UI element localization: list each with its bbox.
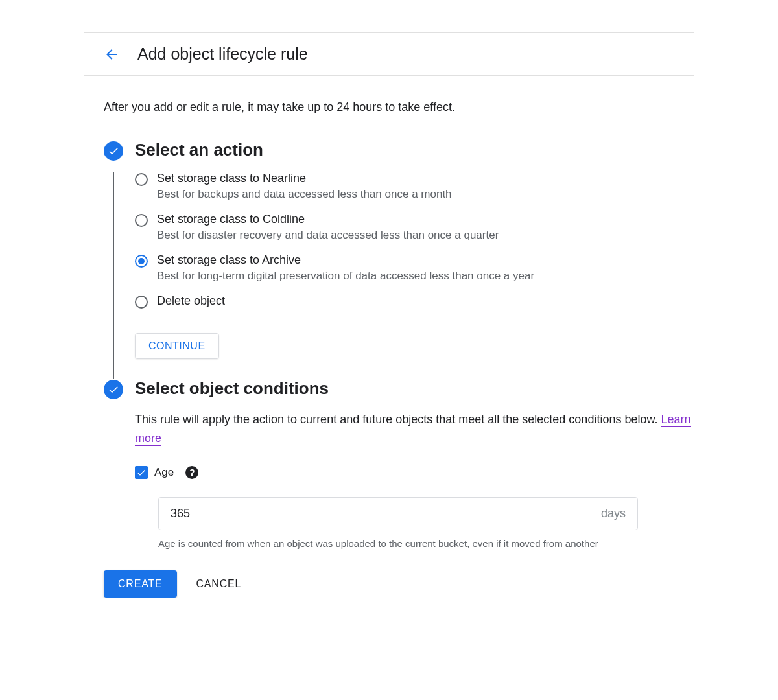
radio-label: Delete object	[157, 294, 694, 308]
cancel-button[interactable]: CANCEL	[196, 578, 242, 590]
radio-desc: Best for backups and data accessed less …	[157, 188, 694, 201]
radio-label: Set storage class to Archive	[157, 253, 694, 267]
age-suffix: days	[601, 507, 626, 520]
step-select-conditions: Select object conditions This rule will …	[104, 379, 694, 551]
radio-icon	[135, 255, 148, 268]
header-bar: Add object lifecycle rule	[84, 32, 694, 76]
age-help-text: Age is counted from when an object was u…	[158, 537, 612, 552]
step-title: Select object conditions	[135, 379, 694, 399]
radio-coldline[interactable]: Set storage class to Coldline Best for d…	[135, 213, 694, 242]
radio-delete[interactable]: Delete object	[135, 294, 694, 309]
radio-label: Set storage class to Coldline	[157, 213, 694, 226]
radio-desc: Best for long-term digital preservation …	[157, 270, 694, 283]
intro-text: After you add or edit a rule, it may tak…	[104, 100, 694, 114]
back-arrow-icon[interactable]	[104, 47, 119, 62]
radio-archive[interactable]: Set storage class to Archive Best for lo…	[135, 253, 694, 283]
age-label: Age	[154, 466, 174, 479]
radio-desc: Best for disaster recovery and data acce…	[157, 229, 694, 242]
step-connector	[113, 172, 114, 379]
radio-label: Set storage class to Nearline	[157, 172, 694, 185]
conditions-desc: This rule will apply the action to curre…	[135, 410, 694, 448]
radio-icon	[135, 173, 148, 186]
radio-icon	[135, 296, 148, 309]
continue-button[interactable]: CONTINUE	[135, 333, 219, 359]
age-input-field[interactable]: days	[158, 497, 638, 530]
step-complete-icon	[104, 141, 123, 161]
age-input[interactable]	[171, 507, 601, 520]
step-complete-icon	[104, 380, 123, 399]
radio-nearline[interactable]: Set storage class to Nearline Best for b…	[135, 172, 694, 201]
help-icon[interactable]: ?	[185, 466, 198, 479]
radio-icon	[135, 214, 148, 227]
age-checkbox[interactable]	[135, 466, 148, 479]
step-title: Select an action	[135, 140, 694, 160]
create-button[interactable]: CREATE	[104, 570, 177, 598]
step-select-action: Select an action	[104, 140, 694, 172]
page-title: Add object lifecycle rule	[137, 45, 308, 64]
